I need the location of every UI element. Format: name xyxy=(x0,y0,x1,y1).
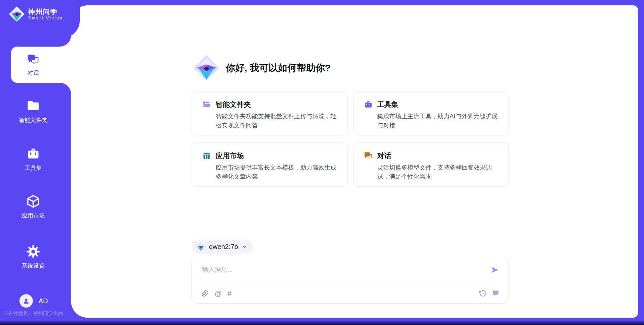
card-smart-folder[interactable]: 智能文件夹 智能文件夹功能支持批量文件上传与清洗，轻松实现文件问答 xyxy=(192,91,347,135)
sidebar-item-settings[interactable]: 系统设置 xyxy=(0,244,66,270)
greeting-text: 你好, 我可以如何帮助你? xyxy=(226,62,331,74)
brand-name: 神州问学 xyxy=(28,8,63,16)
greeting-diamond-icon xyxy=(193,55,220,81)
model-diamond-icon xyxy=(196,242,205,251)
active-tab-curve-bottom xyxy=(60,83,71,94)
folder-icon xyxy=(26,99,41,113)
sidebar-item-label: 对话 xyxy=(28,69,39,77)
user-profile[interactable]: AD xyxy=(19,294,48,308)
briefcase-icon xyxy=(364,100,373,109)
grid-icon xyxy=(202,151,211,160)
sidebar-item-label: 工具集 xyxy=(25,164,42,172)
greeting-block: 你好, 我可以如何帮助你? xyxy=(193,55,331,81)
message-input[interactable] xyxy=(202,264,484,275)
sidebar-item-app-market[interactable]: 应用市场 xyxy=(0,194,66,219)
brand-subtitle: Smart Vision xyxy=(28,16,63,20)
brand-diamond-icon xyxy=(9,6,25,22)
gear-icon xyxy=(26,244,41,259)
active-tab-curve-top xyxy=(60,35,71,47)
card-title: 工具集 xyxy=(377,100,398,109)
avatar xyxy=(19,294,33,308)
sidebar-item-label: 智能文件夹 xyxy=(19,116,48,124)
user-name: AD xyxy=(39,297,48,305)
card-title: 应用市场 xyxy=(216,151,244,160)
card-description: 灵活切换多模型文件，支持多样回复效果调试，满足个性化需求 xyxy=(377,163,499,181)
card-toolset[interactable]: 工具集 集成市场上主流工具，助力AI与外界无缝扩展与对接 xyxy=(353,91,509,135)
card-chat[interactable]: 对话 灵活切换多模型文件，支持多样回复效果调试，满足个性化需求 xyxy=(353,142,509,187)
sidebar-item-smart-folder[interactable]: 智能文件夹 xyxy=(0,99,66,124)
card-description: 智能文件夹功能支持批量文件上传与清洗，轻松实现文件问答 xyxy=(216,112,337,130)
feature-cards: 智能文件夹 智能文件夹功能支持批量文件上传与清洗，轻松实现文件问答 工具集 集成… xyxy=(192,91,509,187)
paperclip-icon[interactable] xyxy=(201,289,209,297)
model-name: qwen2:7b xyxy=(209,243,238,251)
sidebar-item-label: 应用市场 xyxy=(22,212,45,219)
composer-divider xyxy=(199,282,501,282)
card-description: 应用市场提供丰富长文本模板，助力高效生成多样化文章内容 xyxy=(216,163,337,181)
card-title: 对话 xyxy=(377,151,391,160)
user-icon xyxy=(22,297,31,305)
sidebar-item-label: 系统设置 xyxy=(22,262,45,270)
briefcase-icon xyxy=(26,146,41,161)
hash-icon[interactable]: # xyxy=(227,289,231,297)
message-composer: @ # xyxy=(192,257,508,304)
cube-icon xyxy=(26,194,41,209)
app-window: 神州问学 Smart Vision 对话 智能文件夹 xyxy=(0,0,644,325)
chat-icon xyxy=(364,151,373,160)
card-app-market[interactable]: 应用市场 应用市场提供丰富长文本模板，助力高效生成多样化文章内容 xyxy=(192,142,347,187)
window-bottom-edge xyxy=(0,321,644,325)
sidebar-item-toolset[interactable]: 工具集 xyxy=(0,146,66,172)
mention-icon[interactable]: @ xyxy=(215,289,222,297)
chat-icon xyxy=(26,53,40,66)
model-selector[interactable]: qwen2:7b xyxy=(192,240,253,254)
card-title: 智能文件夹 xyxy=(216,100,251,109)
chat-bubble-icon[interactable] xyxy=(492,289,499,297)
folder-open-icon xyxy=(202,100,211,109)
card-description: 集成市场上主流工具，助力AI与外界无缝扩展与对接 xyxy=(377,112,499,130)
history-icon[interactable] xyxy=(479,289,487,297)
copyright-text: ©神州数码 · 神州问学出品 xyxy=(5,310,63,317)
chevron-down-icon xyxy=(242,244,247,249)
sidebar-item-chat[interactable]: 对话 xyxy=(11,47,72,83)
brand-logo: 神州问学 Smart Vision xyxy=(9,6,63,22)
send-icon[interactable] xyxy=(490,265,499,274)
